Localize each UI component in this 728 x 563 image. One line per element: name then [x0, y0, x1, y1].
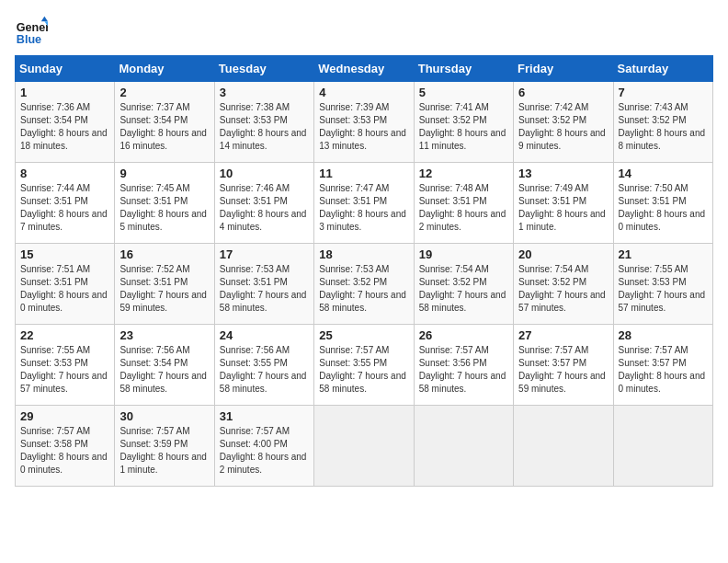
day-number: 21 [619, 247, 708, 261]
calendar-cell: 17Sunrise: 7:53 AMSunset: 3:51 PMDayligh… [214, 244, 313, 325]
calendar-cell: 18Sunrise: 7:53 AMSunset: 3:52 PMDayligh… [314, 244, 414, 325]
calendar-cell: 27Sunrise: 7:57 AMSunset: 3:57 PMDayligh… [514, 325, 613, 406]
day-info: Sunrise: 7:43 AMSunset: 3:52 PMDaylight:… [619, 101, 708, 153]
day-info: Sunrise: 7:50 AMSunset: 3:51 PMDaylight:… [619, 182, 708, 234]
day-number: 12 [419, 167, 508, 180]
day-number: 2 [119, 86, 209, 99]
calendar-cell: 10Sunrise: 7:46 AMSunset: 3:51 PMDayligh… [214, 163, 313, 244]
day-number: 14 [619, 167, 708, 180]
day-info: Sunrise: 7:38 AMSunset: 3:53 PMDaylight:… [220, 101, 309, 153]
day-info: Sunrise: 7:55 AMSunset: 3:53 PMDaylight:… [20, 344, 109, 396]
day-number: 7 [619, 86, 708, 99]
logo: General Blue [15, 15, 51, 48]
day-number: 29 [20, 409, 109, 423]
day-info: Sunrise: 7:48 AMSunset: 3:51 PMDaylight:… [419, 182, 508, 234]
calendar-cell: 30Sunrise: 7:57 AMSunset: 3:59 PMDayligh… [115, 406, 214, 487]
calendar-cell: 1Sunrise: 7:36 AMSunset: 3:54 PMDaylight… [16, 82, 115, 163]
calendar-cell [613, 406, 712, 487]
calendar-cell: 9Sunrise: 7:45 AMSunset: 3:51 PMDaylight… [115, 163, 214, 244]
day-info: Sunrise: 7:54 AMSunset: 3:52 PMDaylight:… [518, 263, 608, 315]
calendar-cell: 12Sunrise: 7:48 AMSunset: 3:51 PMDayligh… [414, 163, 513, 244]
calendar-cell [414, 406, 513, 487]
calendar-cell: 21Sunrise: 7:55 AMSunset: 3:53 PMDayligh… [613, 244, 712, 325]
calendar-cell: 13Sunrise: 7:49 AMSunset: 3:51 PMDayligh… [514, 163, 613, 244]
day-number: 26 [419, 328, 508, 342]
day-info: Sunrise: 7:41 AMSunset: 3:52 PMDaylight:… [419, 101, 508, 153]
day-header-wednesday: Wednesday [314, 56, 414, 82]
day-header-tuesday: Tuesday [214, 56, 313, 82]
calendar-cell [314, 406, 414, 487]
day-number: 24 [220, 328, 309, 342]
day-number: 8 [20, 167, 109, 180]
logo-icon: General Blue [15, 15, 48, 48]
calendar-cell: 11Sunrise: 7:47 AMSunset: 3:51 PMDayligh… [314, 163, 414, 244]
day-header-thursday: Thursday [414, 56, 513, 82]
calendar-cell: 6Sunrise: 7:42 AMSunset: 3:52 PMDaylight… [514, 82, 613, 163]
calendar-cell: 22Sunrise: 7:55 AMSunset: 3:53 PMDayligh… [16, 325, 115, 406]
day-number: 23 [119, 328, 209, 342]
day-info: Sunrise: 7:52 AMSunset: 3:51 PMDaylight:… [119, 263, 209, 315]
svg-marker-2 [41, 17, 48, 21]
day-number: 22 [20, 328, 109, 342]
week-row-5: 29Sunrise: 7:57 AMSunset: 3:58 PMDayligh… [16, 406, 713, 487]
day-header-sunday: Sunday [16, 56, 115, 82]
day-number: 27 [518, 328, 608, 342]
day-info: Sunrise: 7:57 AMSunset: 3:57 PMDaylight:… [619, 344, 708, 396]
day-info: Sunrise: 7:57 AMSunset: 3:58 PMDaylight:… [20, 425, 109, 477]
day-header-friday: Friday [514, 56, 613, 82]
day-number: 30 [119, 409, 209, 423]
day-info: Sunrise: 7:54 AMSunset: 3:52 PMDaylight:… [419, 263, 508, 315]
week-row-2: 8Sunrise: 7:44 AMSunset: 3:51 PMDaylight… [16, 163, 713, 244]
calendar-cell: 8Sunrise: 7:44 AMSunset: 3:51 PMDaylight… [16, 163, 115, 244]
week-row-1: 1Sunrise: 7:36 AMSunset: 3:54 PMDaylight… [16, 82, 713, 163]
day-number: 11 [319, 167, 408, 180]
calendar-cell: 5Sunrise: 7:41 AMSunset: 3:52 PMDaylight… [414, 82, 513, 163]
header-row: SundayMondayTuesdayWednesdayThursdayFrid… [16, 56, 713, 82]
calendar-cell: 15Sunrise: 7:51 AMSunset: 3:51 PMDayligh… [16, 244, 115, 325]
calendar-cell: 24Sunrise: 7:56 AMSunset: 3:55 PMDayligh… [214, 325, 313, 406]
day-info: Sunrise: 7:47 AMSunset: 3:51 PMDaylight:… [319, 182, 408, 234]
day-header-saturday: Saturday [613, 56, 712, 82]
day-info: Sunrise: 7:55 AMSunset: 3:53 PMDaylight:… [619, 263, 708, 315]
day-info: Sunrise: 7:57 AMSunset: 3:56 PMDaylight:… [419, 344, 508, 396]
day-info: Sunrise: 7:49 AMSunset: 3:51 PMDaylight:… [518, 182, 608, 234]
day-info: Sunrise: 7:56 AMSunset: 3:54 PMDaylight:… [119, 344, 209, 396]
calendar-cell: 4Sunrise: 7:39 AMSunset: 3:53 PMDaylight… [314, 82, 414, 163]
day-number: 6 [518, 86, 608, 99]
day-number: 3 [220, 86, 309, 99]
day-info: Sunrise: 7:51 AMSunset: 3:51 PMDaylight:… [20, 263, 109, 315]
day-info: Sunrise: 7:39 AMSunset: 3:53 PMDaylight:… [319, 101, 408, 153]
calendar-cell: 7Sunrise: 7:43 AMSunset: 3:52 PMDaylight… [613, 82, 712, 163]
day-info: Sunrise: 7:53 AMSunset: 3:51 PMDaylight:… [220, 263, 309, 315]
calendar-cell: 26Sunrise: 7:57 AMSunset: 3:56 PMDayligh… [414, 325, 513, 406]
calendar-cell: 29Sunrise: 7:57 AMSunset: 3:58 PMDayligh… [16, 406, 115, 487]
calendar-cell: 25Sunrise: 7:57 AMSunset: 3:55 PMDayligh… [314, 325, 414, 406]
day-info: Sunrise: 7:36 AMSunset: 3:54 PMDaylight:… [20, 101, 109, 153]
day-number: 13 [518, 167, 608, 180]
day-info: Sunrise: 7:57 AMSunset: 3:59 PMDaylight:… [119, 425, 209, 477]
day-header-monday: Monday [115, 56, 214, 82]
day-number: 19 [419, 247, 508, 261]
day-number: 4 [319, 86, 408, 99]
day-info: Sunrise: 7:56 AMSunset: 3:55 PMDaylight:… [220, 344, 309, 396]
day-number: 20 [518, 247, 608, 261]
day-info: Sunrise: 7:44 AMSunset: 3:51 PMDaylight:… [20, 182, 109, 234]
day-number: 18 [319, 247, 408, 261]
day-info: Sunrise: 7:57 AMSunset: 4:00 PMDaylight:… [220, 425, 309, 477]
day-number: 25 [319, 328, 408, 342]
day-number: 1 [20, 86, 109, 99]
calendar-cell: 28Sunrise: 7:57 AMSunset: 3:57 PMDayligh… [613, 325, 712, 406]
calendar-cell: 23Sunrise: 7:56 AMSunset: 3:54 PMDayligh… [115, 325, 214, 406]
calendar-table: SundayMondayTuesdayWednesdayThursdayFrid… [15, 55, 713, 487]
day-info: Sunrise: 7:53 AMSunset: 3:52 PMDaylight:… [319, 263, 408, 315]
day-info: Sunrise: 7:46 AMSunset: 3:51 PMDaylight:… [220, 182, 309, 234]
day-number: 31 [220, 409, 309, 423]
day-info: Sunrise: 7:57 AMSunset: 3:55 PMDaylight:… [319, 344, 408, 396]
day-number: 28 [619, 328, 708, 342]
day-number: 16 [119, 247, 209, 261]
day-info: Sunrise: 7:45 AMSunset: 3:51 PMDaylight:… [119, 182, 209, 234]
day-number: 17 [220, 247, 309, 261]
day-number: 10 [220, 167, 309, 180]
day-info: Sunrise: 7:37 AMSunset: 3:54 PMDaylight:… [119, 101, 209, 153]
calendar-cell [514, 406, 613, 487]
